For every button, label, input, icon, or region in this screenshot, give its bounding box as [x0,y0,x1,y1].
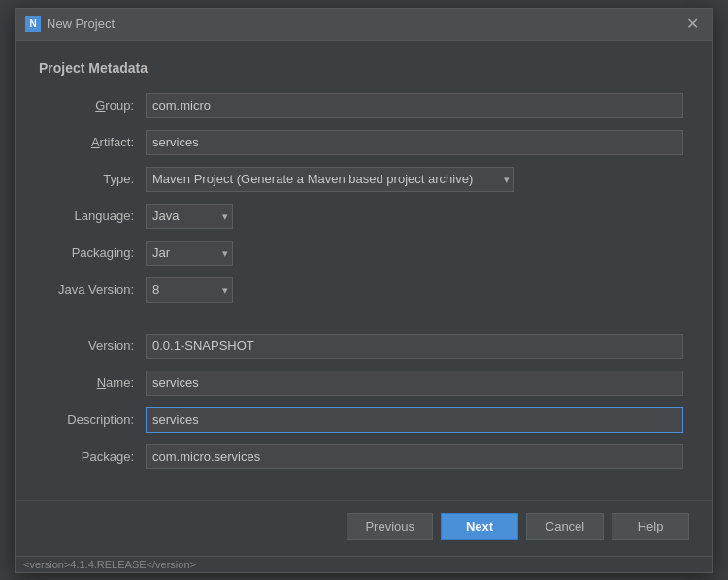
version-row: Version: [39,334,689,359]
type-row: Type: Maven Project (Generate a Maven ba… [39,167,689,192]
description-row: Description: [39,407,689,433]
section-title: Project Metadata [39,60,689,76]
close-button[interactable]: ✕ [682,15,703,34]
name-label: Name: [39,375,146,390]
group-row: Group: [39,93,689,118]
packaging-select-wrapper: Jar War [146,241,233,266]
title-bar-left: N New Project [25,16,115,32]
dialog-content: Project Metadata Group: Artifact: Type: … [16,41,712,500]
packaging-label: Packaging: [39,245,146,260]
group-label: Group: [39,98,146,113]
type-select[interactable]: Maven Project (Generate a Maven based pr… [146,167,514,192]
language-select[interactable]: Java Kotlin Groovy [146,204,233,229]
artifact-input[interactable] [146,130,683,155]
description-label: Description: [39,412,146,427]
package-input[interactable] [146,444,683,469]
description-input[interactable] [146,407,683,433]
app-icon: N [25,16,41,32]
title-bar: N New Project ✕ [16,9,712,41]
type-label: Type: [39,172,146,186]
status-text: <version>4.1.4.RELEASE</version> [23,559,196,570]
artifact-label: Artifact: [39,135,146,149]
java-version-select[interactable]: 8 11 17 21 [146,277,233,303]
packaging-row: Packaging: Jar War [39,241,689,266]
language-select-wrapper: Java Kotlin Groovy [146,204,233,229]
previous-button[interactable]: Previous [347,513,433,540]
dialog-footer: Previous Next Cancel Help [16,500,712,556]
separator [39,314,689,320]
status-bar: <version>4.1.4.RELEASE</version> [16,556,712,572]
artifact-row: Artifact: [39,130,689,155]
new-project-dialog: N New Project ✕ Project Metadata Group: … [15,8,713,573]
package-row: Package: [39,444,689,469]
packaging-select[interactable]: Jar War [146,241,233,266]
version-label: Version: [39,338,146,353]
name-input[interactable] [146,371,683,396]
java-version-label: Java Version: [39,282,146,297]
package-label: Package: [39,449,146,464]
help-button[interactable]: Help [612,513,689,540]
next-button[interactable]: Next [441,513,518,540]
language-label: Language: [39,209,146,223]
version-input[interactable] [146,334,683,359]
group-input[interactable] [146,93,683,118]
java-version-select-wrapper: 8 11 17 21 [146,277,233,303]
java-version-row: Java Version: 8 11 17 21 [39,277,689,303]
name-row: Name: [39,371,689,396]
dialog-title: New Project [47,16,115,31]
cancel-button[interactable]: Cancel [526,513,604,540]
type-select-wrapper: Maven Project (Generate a Maven based pr… [146,167,514,192]
language-row: Language: Java Kotlin Groovy [39,204,689,229]
